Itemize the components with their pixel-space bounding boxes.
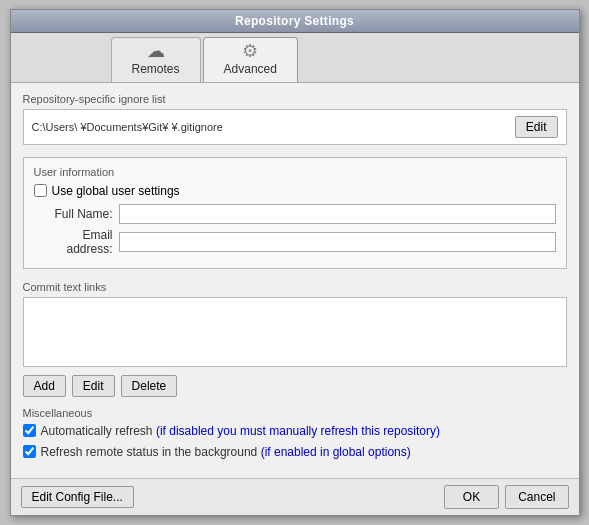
fullname-row: Full Name: [34,204,556,224]
misc-title: Miscellaneous [23,407,567,419]
footer-action-buttons: OK Cancel [444,485,569,509]
user-info-box: User information Use global user setting… [23,157,567,269]
fullname-input[interactable] [119,204,556,224]
misc-section: Miscellaneous Automatically refresh (if … [23,407,567,461]
use-global-checkbox[interactable] [34,184,47,197]
misc-checkbox1-text: Automatically refresh (if disabled you m… [41,423,441,440]
cloud-icon: ☁ [147,42,165,60]
misc-checkbox1[interactable] [23,424,36,437]
email-input[interactable] [119,232,556,252]
commit-links-section: Commit text links Add Edit Delete [23,281,567,397]
misc-checkbox2[interactable] [23,445,36,458]
ignore-list-edit-button[interactable]: Edit [515,116,558,138]
gear-icon: ⚙ [242,42,258,60]
dialog-footer: Edit Config File... OK Cancel [11,478,579,515]
tab-advanced-label: Advanced [224,62,277,76]
tab-remotes[interactable]: ☁ Remotes [111,37,201,82]
user-info-title: User information [34,166,556,178]
email-row: Email address: [34,228,556,256]
use-global-checkbox-row: Use global user settings [34,184,556,198]
ignore-list-title: Repository-specific ignore list [23,93,567,105]
misc-checkbox1-row: Automatically refresh (if disabled you m… [23,423,567,440]
commit-links-add-button[interactable]: Add [23,375,66,397]
cancel-button[interactable]: Cancel [505,485,568,509]
email-label: Email address: [34,228,119,256]
tab-remotes-label: Remotes [132,62,180,76]
fullname-label: Full Name: [34,207,119,221]
commit-links-textarea[interactable] [23,297,567,367]
tab-bar: ☁ Remotes ⚙ Advanced [11,33,579,83]
commit-links-edit-button[interactable]: Edit [72,375,115,397]
commit-links-delete-button[interactable]: Delete [121,375,178,397]
ok-button[interactable]: OK [444,485,499,509]
ignore-list-row: C:\Users\ ¥Documents¥Git¥ ¥.gitignore Ed… [23,109,567,145]
ignore-path-text: C:\Users\ ¥Documents¥Git¥ ¥.gitignore [32,121,515,133]
ignore-list-section: Repository-specific ignore list C:\Users… [23,93,567,145]
misc-checkbox2-text: Refresh remote status in the background … [41,444,411,461]
commit-links-buttons: Add Edit Delete [23,375,567,397]
use-global-label: Use global user settings [52,184,180,198]
user-info-section: User information Use global user setting… [23,157,567,269]
tab-advanced[interactable]: ⚙ Advanced [203,37,298,82]
main-content: Repository-specific ignore list C:\Users… [11,83,579,479]
repository-settings-dialog: Repository Settings ☁ Remotes ⚙ Advanced… [10,9,580,517]
commit-links-title: Commit text links [23,281,567,293]
misc-checkbox2-row: Refresh remote status in the background … [23,444,567,461]
dialog-title: Repository Settings [11,10,579,33]
edit-config-button[interactable]: Edit Config File... [21,486,134,508]
